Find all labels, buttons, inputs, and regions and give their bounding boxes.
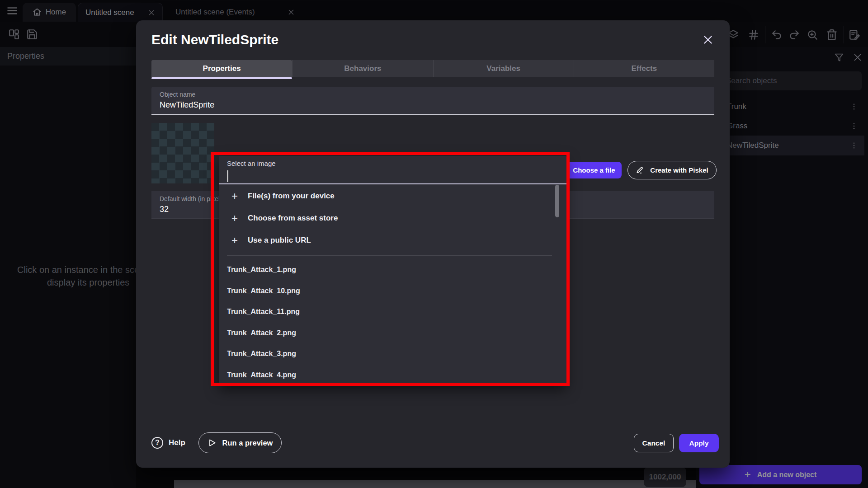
tab-properties[interactable]: Properties (151, 60, 292, 77)
gdevelop-app: Home Untitled scene Untitled scene (Even… (0, 0, 868, 488)
option-label: File(s) from your device (248, 192, 335, 201)
dialog-title: Edit NewTiledSprite (151, 32, 278, 47)
input-underline (219, 183, 566, 184)
object-name-label: Object name (160, 91, 195, 98)
sprite-preview-placeholder (151, 123, 214, 183)
tab-behaviors[interactable]: Behaviors (292, 60, 433, 77)
dropdown-divider (227, 255, 552, 256)
text-caret (227, 170, 228, 182)
file-option[interactable]: Trunk_Attack_10.png (219, 281, 556, 302)
cancel-button[interactable]: Cancel (634, 434, 674, 452)
file-option[interactable]: Trunk_Attack_11.png (219, 301, 556, 323)
help-label: Help (169, 438, 185, 447)
choose-file-button[interactable]: Choose a file (566, 162, 622, 178)
play-icon (208, 438, 217, 447)
option-use-public-url[interactable]: + Use a public URL (219, 229, 556, 251)
tab-effects[interactable]: Effects (574, 60, 714, 77)
pencil-icon (636, 166, 645, 175)
file-option[interactable]: Trunk_Attack_1.png (219, 259, 556, 281)
option-label: Use a public URL (248, 236, 311, 245)
piskel-label: Create with Piskel (650, 166, 708, 174)
help-button[interactable]: ? Help (151, 433, 185, 453)
apply-button[interactable]: Apply (679, 434, 719, 452)
object-name-field[interactable]: Object name (151, 87, 714, 115)
dialog-tabs: Properties Behaviors Variables Effects (151, 60, 714, 77)
create-with-piskel-button[interactable]: Create with Piskel (627, 161, 717, 179)
plus-icon: + (231, 190, 241, 202)
object-name-input[interactable] (160, 100, 702, 110)
run-preview-label: Run a preview (222, 439, 273, 447)
file-option[interactable]: Trunk_Attack_3.png (219, 343, 556, 365)
close-dialog-icon[interactable] (702, 34, 714, 46)
run-preview-button[interactable]: Run a preview (198, 432, 282, 453)
plus-icon: + (231, 234, 241, 247)
option-choose-from-asset-store[interactable]: + Choose from asset store (219, 207, 556, 229)
option-label: Choose from asset store (248, 214, 338, 223)
dropdown-scrollbar[interactable] (555, 185, 559, 217)
help-icon: ? (151, 437, 163, 449)
file-option[interactable]: Trunk_Attack_4.png (219, 365, 556, 386)
active-tab-underline (151, 77, 292, 79)
tab-variables[interactable]: Variables (433, 60, 574, 77)
select-image-dropdown: Select an image + File(s) from your devi… (219, 156, 566, 385)
plus-icon: + (231, 212, 241, 225)
select-image-input[interactable] (227, 169, 543, 183)
select-image-label: Select an image (227, 160, 276, 167)
file-option[interactable]: Trunk_Attack_2.png (219, 323, 556, 344)
option-files-from-device[interactable]: + File(s) from your device (219, 185, 556, 207)
default-width-label: Default width (in pixels) (160, 195, 225, 202)
